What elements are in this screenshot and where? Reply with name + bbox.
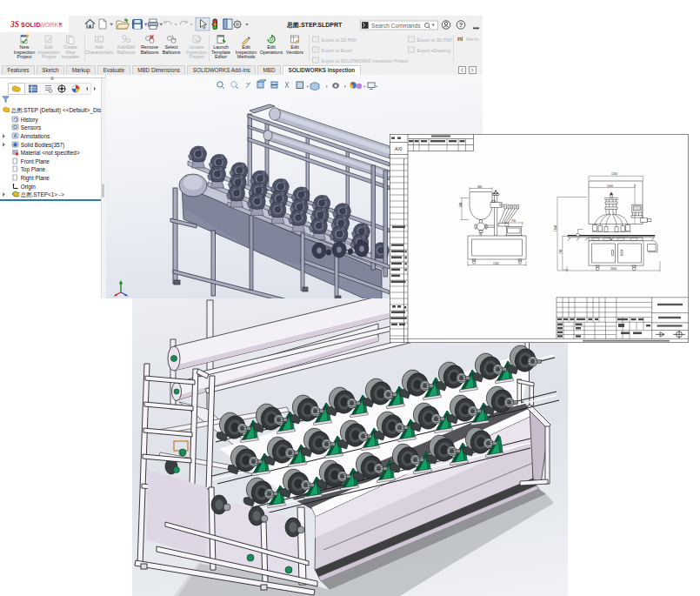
svg-text:750: 750 xyxy=(559,249,563,254)
svg-text:700: 700 xyxy=(511,219,516,223)
svg-text:A: A xyxy=(14,133,17,138)
svg-text:A: A xyxy=(97,37,100,42)
svg-text:1200: 1200 xyxy=(611,172,617,176)
svg-text:A/0: A/0 xyxy=(395,146,402,151)
svg-text:2000: 2000 xyxy=(610,267,617,271)
svg-text:总图.STEP.SLDPRT: 总图.STEP.SLDPRT xyxy=(286,21,343,29)
svg-text:1230: 1230 xyxy=(493,262,499,265)
svg-text:1000: 1000 xyxy=(607,184,613,188)
svg-text:500: 500 xyxy=(459,202,463,207)
svg-text:3S: 3S xyxy=(10,20,19,29)
svg-text:SOLID: SOLID xyxy=(21,21,40,29)
svg-text:Search Commands: Search Commands xyxy=(371,23,421,29)
svg-text:480: 480 xyxy=(477,185,483,189)
svg-text:1650: 1650 xyxy=(554,225,557,231)
svg-text:?: ? xyxy=(459,21,463,29)
